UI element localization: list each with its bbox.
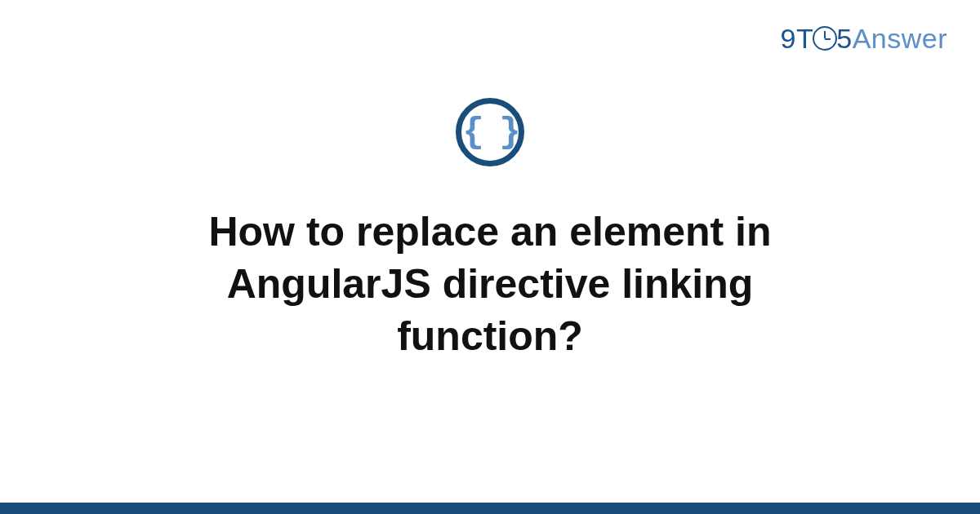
bottom-accent-bar <box>0 503 980 514</box>
logo-part-5: 5 <box>836 23 852 54</box>
logo-part-9t: 9T <box>781 23 814 54</box>
main-content: { } How to replace an element in Angular… <box>0 98 980 362</box>
question-title: How to replace an element in AngularJS d… <box>122 206 858 362</box>
clock-icon <box>813 26 837 51</box>
category-icon-circle: { } <box>456 98 524 166</box>
logo-part-answer: Answer <box>853 23 947 54</box>
code-braces-icon: { } <box>462 114 517 150</box>
site-logo: 9T5Answer <box>781 23 947 55</box>
